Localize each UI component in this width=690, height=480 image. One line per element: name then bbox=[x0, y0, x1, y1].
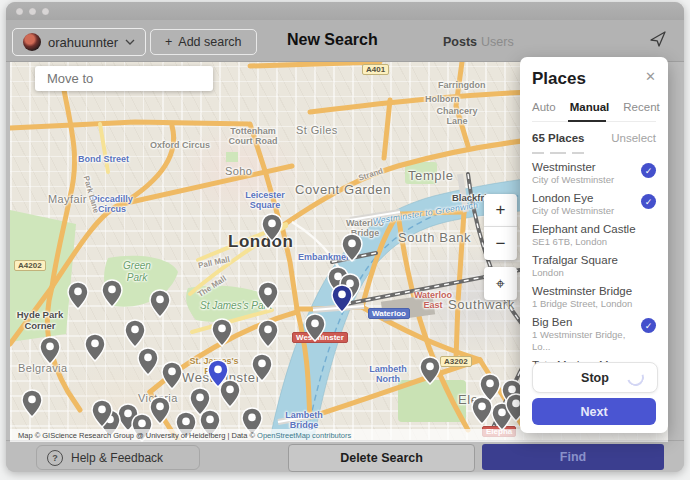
place-item-clipped[interactable] bbox=[532, 152, 602, 154]
map-pin[interactable] bbox=[305, 314, 325, 341]
map-pin[interactable] bbox=[40, 337, 60, 364]
map-pin[interactable] bbox=[162, 362, 182, 389]
map-pin[interactable] bbox=[68, 282, 88, 309]
attribution-link[interactable]: OpenStreetMap contributors bbox=[257, 431, 351, 440]
add-search-label: Add search bbox=[178, 35, 241, 49]
place-item[interactable]: Trafalgar Square London bbox=[532, 254, 656, 279]
help-icon: ? bbox=[47, 450, 63, 466]
tab-posts[interactable]: Posts bbox=[443, 35, 477, 49]
map-pin[interactable] bbox=[420, 357, 440, 384]
close-window-icon[interactable] bbox=[16, 8, 23, 15]
place-name: Westminster Bridge bbox=[532, 285, 632, 298]
account-menu[interactable]: orahuunnter bbox=[12, 28, 146, 56]
stop-label: Stop bbox=[581, 371, 609, 385]
next-label: Next bbox=[580, 405, 607, 419]
place-address: City of Westminster bbox=[532, 174, 614, 186]
tab-recent[interactable]: Recent bbox=[623, 101, 659, 113]
places-count: 65 Places bbox=[532, 132, 584, 144]
attribution-text: Map © GIScience Research Group @ Univers… bbox=[18, 431, 257, 440]
place-name: Big Ben bbox=[532, 316, 641, 329]
place-name: Westminster bbox=[532, 161, 614, 174]
place-item[interactable]: Westminster City of Westminster ✓ bbox=[532, 161, 656, 186]
map-pin[interactable] bbox=[220, 380, 240, 407]
find-button[interactable]: Find bbox=[482, 444, 664, 470]
plus-icon: + bbox=[165, 35, 172, 49]
account-name: orahuunnter bbox=[48, 35, 118, 50]
toolbar: orahuunnter + Add search New Search Post… bbox=[6, 20, 684, 62]
delete-search-button[interactable]: Delete Search bbox=[288, 444, 475, 472]
places-tabs: Auto Manual Recent bbox=[532, 101, 656, 122]
places-panel: Places ✕ Auto Manual Recent 65 Places Un… bbox=[520, 57, 668, 433]
active-tab-underline bbox=[568, 120, 606, 123]
place-address: City of Westminster bbox=[532, 205, 614, 217]
map-zoom-controls: + − ⌖ bbox=[484, 194, 517, 300]
tab-users[interactable]: Users bbox=[481, 35, 514, 49]
selected-check-icon[interactable]: ✓ bbox=[641, 318, 656, 333]
place-name: Trafalgar Square bbox=[532, 254, 618, 267]
place-address: London bbox=[532, 267, 618, 279]
chevron-down-icon bbox=[125, 39, 135, 45]
stop-button[interactable]: Stop bbox=[532, 362, 658, 393]
place-address: 1 Westminster Bridge, Lo... bbox=[532, 329, 641, 353]
map-pin[interactable] bbox=[212, 319, 232, 346]
move-to-input[interactable] bbox=[35, 66, 213, 91]
place-item[interactable]: Westminster Bridge 1 Bridge Street, Lond… bbox=[532, 285, 656, 310]
avatar bbox=[23, 33, 41, 51]
tab-manual[interactable]: Manual bbox=[570, 101, 610, 113]
loading-spinner-icon bbox=[624, 366, 647, 389]
window-titlebar[interactable] bbox=[6, 2, 684, 20]
map-pin[interactable] bbox=[150, 397, 170, 424]
map-pin-selected[interactable] bbox=[332, 285, 352, 312]
add-search-button[interactable]: + Add search bbox=[150, 29, 257, 55]
place-item[interactable]: Elephant and Castle SE1 6TB, London bbox=[532, 223, 656, 248]
map-pin[interactable] bbox=[258, 282, 278, 309]
map-pin[interactable] bbox=[85, 334, 105, 361]
places-count-row: 65 Places Unselect bbox=[532, 132, 656, 144]
place-item[interactable]: Big Ben 1 Westminster Bridge, Lo... ✓ bbox=[532, 316, 656, 353]
map-pin[interactable] bbox=[150, 290, 170, 317]
maximize-window-icon[interactable] bbox=[42, 8, 49, 15]
map-pin[interactable] bbox=[472, 397, 492, 424]
zoom-in-button[interactable]: + bbox=[484, 194, 517, 227]
help-label: Help & Feedback bbox=[71, 451, 163, 465]
place-name: Elephant and Castle bbox=[532, 223, 636, 236]
place-item[interactable]: London Eye City of Westminster ✓ bbox=[532, 192, 656, 217]
tab-auto[interactable]: Auto bbox=[532, 101, 556, 113]
locate-button[interactable]: ⌖ bbox=[484, 267, 517, 300]
send-icon[interactable] bbox=[648, 29, 668, 49]
map-pin[interactable] bbox=[252, 354, 272, 381]
map-pin[interactable] bbox=[342, 234, 362, 261]
help-feedback-button[interactable]: ? Help & Feedback bbox=[36, 445, 200, 470]
map-pin[interactable] bbox=[258, 320, 278, 347]
map-pin[interactable] bbox=[22, 390, 42, 417]
places-panel-title: Places bbox=[532, 69, 656, 89]
map-pin[interactable] bbox=[102, 280, 122, 307]
selected-check-icon[interactable]: ✓ bbox=[641, 163, 656, 178]
map-pin[interactable] bbox=[125, 320, 145, 347]
selected-check-icon[interactable]: ✓ bbox=[641, 194, 656, 209]
map-pin[interactable] bbox=[262, 214, 282, 241]
place-address: SE1 6TB, London bbox=[532, 236, 636, 248]
unselect-button[interactable]: Unselect bbox=[611, 132, 656, 144]
map-pin[interactable] bbox=[138, 348, 158, 375]
page-title: New Search bbox=[287, 31, 378, 49]
zoom-out-button[interactable]: − bbox=[484, 227, 517, 260]
minimize-window-icon[interactable] bbox=[29, 8, 36, 15]
next-button[interactable]: Next bbox=[532, 398, 656, 425]
app-window: orahuunnter + Add search New Search Post… bbox=[6, 2, 684, 472]
close-icon[interactable]: ✕ bbox=[645, 69, 656, 84]
place-name: London Eye bbox=[532, 192, 614, 205]
place-address: 1 Bridge Street, London bbox=[532, 298, 632, 310]
bottom-bar: ? Help & Feedback Delete Search Find bbox=[6, 440, 684, 472]
